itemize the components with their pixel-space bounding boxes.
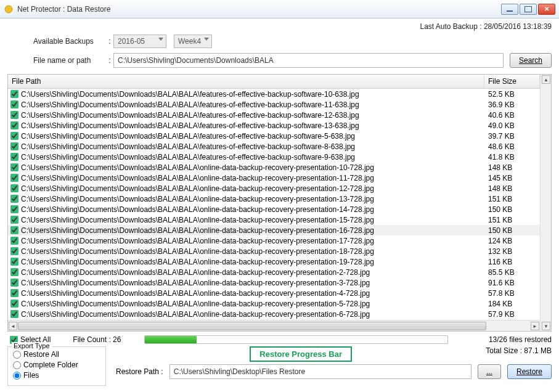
row-checkbox[interactable] bbox=[10, 132, 18, 140]
row-checkbox[interactable] bbox=[10, 310, 18, 318]
file-count-label: File Count : 26 bbox=[73, 335, 121, 344]
row-checkbox[interactable] bbox=[10, 100, 18, 108]
row-size: 150 KB bbox=[484, 226, 540, 235]
row-path: C:\Users\Shivling\Documents\Downloads\BA… bbox=[21, 142, 355, 151]
table-row[interactable]: C:\Users\Shivling\Documents\Downloads\BA… bbox=[8, 214, 540, 225]
table-row[interactable]: C:\Users\Shivling\Documents\Downloads\BA… bbox=[8, 110, 540, 120]
available-backups-label: Available Backups bbox=[7, 37, 106, 46]
row-path: C:\Users\Shivling\Documents\Downloads\BA… bbox=[21, 121, 359, 130]
row-checkbox[interactable] bbox=[10, 279, 18, 287]
row-size: 41.8 KB bbox=[484, 153, 540, 161]
row-checkbox[interactable] bbox=[10, 237, 18, 245]
row-checkbox[interactable] bbox=[10, 268, 18, 276]
table-row[interactable]: C:\Users\Shivling\Documents\Downloads\BA… bbox=[8, 141, 540, 152]
titlebar[interactable]: Net Protector : Data Restore ✕ bbox=[0, 0, 559, 18]
row-size: 48.6 KB bbox=[484, 142, 540, 151]
row-path: C:\Users\Shivling\Documents\Downloads\BA… bbox=[21, 258, 374, 266]
table-row[interactable]: C:\Users\Shivling\Documents\Downloads\BA… bbox=[8, 235, 540, 246]
restore-path-input[interactable] bbox=[169, 364, 471, 379]
table-row[interactable]: C:\Users\Shivling\Documents\Downloads\BA… bbox=[8, 173, 540, 183]
row-size: 57.8 KB bbox=[484, 289, 540, 298]
table-row[interactable]: C:\Users\Shivling\Documents\Downloads\BA… bbox=[8, 152, 540, 162]
row-path: C:\Users\Shivling\Documents\Downloads\BA… bbox=[21, 174, 374, 182]
table-row[interactable]: C:\Users\Shivling\Documents\Downloads\BA… bbox=[8, 99, 540, 110]
row-size: 132 KB bbox=[484, 247, 540, 256]
table-row[interactable]: C:\Users\Shivling\Documents\Downloads\BA… bbox=[8, 120, 540, 131]
restore-progress-bar bbox=[144, 335, 448, 344]
row-checkbox[interactable] bbox=[10, 247, 18, 255]
radio-complete-folder[interactable]: Complete Folder bbox=[13, 361, 100, 369]
table-row[interactable]: C:\Users\Shivling\Documents\Downloads\BA… bbox=[8, 131, 540, 141]
path-input[interactable] bbox=[113, 53, 504, 68]
row-checkbox[interactable] bbox=[10, 163, 18, 171]
table-row[interactable]: C:\Users\Shivling\Documents\Downloads\BA… bbox=[8, 256, 540, 267]
row-checkbox[interactable] bbox=[10, 216, 18, 224]
minimize-button[interactable] bbox=[501, 4, 518, 15]
table-row[interactable]: C:\Users\Shivling\Documents\Downloads\BA… bbox=[8, 277, 540, 288]
restore-button[interactable]: Restore bbox=[507, 364, 552, 379]
row-path: C:\Users\Shivling\Documents\Downloads\BA… bbox=[21, 100, 359, 109]
row-checkbox[interactable] bbox=[10, 205, 18, 213]
row-checkbox[interactable] bbox=[10, 226, 18, 234]
scroll-left-icon[interactable]: ◄ bbox=[9, 322, 17, 330]
row-path: C:\Users\Shivling\Documents\Downloads\BA… bbox=[21, 205, 374, 214]
row-size: 52.5 KB bbox=[484, 90, 540, 99]
table-row[interactable]: C:\Users\Shivling\Documents\Downloads\BA… bbox=[8, 162, 540, 173]
table-row[interactable]: C:\Users\Shivling\Documents\Downloads\BA… bbox=[8, 267, 540, 277]
scroll-down-icon[interactable]: ▼ bbox=[542, 322, 550, 330]
row-checkbox[interactable] bbox=[10, 142, 18, 150]
row-size: 49.0 KB bbox=[484, 121, 540, 130]
maximize-button[interactable] bbox=[520, 4, 537, 15]
restored-count-label: 13/26 files restored bbox=[459, 335, 552, 344]
row-size: 124 KB bbox=[484, 237, 540, 245]
table-row[interactable]: C:\Users\Shivling\Documents\Downloads\BA… bbox=[8, 194, 540, 204]
row-checkbox[interactable] bbox=[10, 184, 18, 192]
row-path: C:\Users\Shivling\Documents\Downloads\BA… bbox=[21, 300, 370, 308]
table-row[interactable]: C:\Users\Shivling\Documents\Downloads\BA… bbox=[8, 288, 540, 298]
row-size: 39.7 KB bbox=[484, 132, 540, 141]
search-button[interactable]: Search bbox=[510, 53, 552, 68]
row-size: 91.6 KB bbox=[484, 279, 540, 287]
row-path: C:\Users\Shivling\Documents\Downloads\BA… bbox=[21, 310, 370, 319]
app-icon bbox=[4, 4, 14, 14]
table-row[interactable]: C:\Users\Shivling\Documents\Downloads\BA… bbox=[8, 204, 540, 214]
row-checkbox[interactable] bbox=[10, 300, 18, 308]
row-path: C:\Users\Shivling\Documents\Downloads\BA… bbox=[21, 163, 374, 172]
row-checkbox[interactable] bbox=[10, 174, 18, 182]
row-path: C:\Users\Shivling\Documents\Downloads\BA… bbox=[21, 153, 355, 161]
col-file-path[interactable]: File Path bbox=[8, 75, 484, 88]
row-path: C:\Users\Shivling\Documents\Downloads\BA… bbox=[21, 237, 374, 245]
scroll-up-icon[interactable]: ▲ bbox=[542, 75, 550, 84]
row-checkbox[interactable] bbox=[10, 111, 18, 119]
chevron-down-icon bbox=[158, 38, 163, 41]
scroll-right-icon[interactable]: ► bbox=[531, 322, 539, 330]
row-path: C:\Users\Shivling\Documents\Downloads\BA… bbox=[21, 247, 374, 256]
row-path: C:\Users\Shivling\Documents\Downloads\BA… bbox=[21, 289, 370, 298]
row-checkbox[interactable] bbox=[10, 121, 18, 129]
table-row[interactable]: C:\Users\Shivling\Documents\Downloads\BA… bbox=[8, 298, 540, 309]
hscroll-thumb[interactable] bbox=[18, 322, 486, 330]
week-dropdown[interactable]: Week4 bbox=[174, 35, 212, 48]
col-file-size[interactable]: File Size bbox=[484, 75, 540, 88]
table-row[interactable]: C:\Users\Shivling\Documents\Downloads\BA… bbox=[8, 309, 540, 319]
table-row[interactable]: C:\Users\Shivling\Documents\Downloads\BA… bbox=[8, 89, 540, 99]
row-size: 145 KB bbox=[484, 174, 540, 182]
table-row[interactable]: C:\Users\Shivling\Documents\Downloads\BA… bbox=[8, 183, 540, 194]
vertical-scrollbar[interactable]: ▲ ▼ bbox=[540, 75, 551, 331]
row-path: C:\Users\Shivling\Documents\Downloads\BA… bbox=[21, 216, 374, 224]
close-button[interactable]: ✕ bbox=[538, 4, 555, 15]
month-dropdown[interactable]: 2016-05 bbox=[113, 35, 166, 48]
horizontal-scrollbar[interactable]: ◄ ► bbox=[8, 320, 540, 331]
row-checkbox[interactable] bbox=[10, 258, 18, 266]
row-checkbox[interactable] bbox=[10, 90, 18, 98]
row-path: C:\Users\Shivling\Documents\Downloads\BA… bbox=[21, 195, 374, 203]
browse-button[interactable]: ... bbox=[478, 364, 501, 379]
radio-files[interactable]: Files bbox=[13, 371, 100, 380]
row-checkbox[interactable] bbox=[10, 153, 18, 161]
table-row[interactable]: C:\Users\Shivling\Documents\Downloads\BA… bbox=[8, 246, 540, 256]
row-size: 151 KB bbox=[484, 216, 540, 224]
row-checkbox[interactable] bbox=[10, 195, 18, 203]
table-row[interactable]: C:\Users\Shivling\Documents\Downloads\BA… bbox=[8, 225, 540, 235]
row-checkbox[interactable] bbox=[10, 289, 18, 297]
radio-restore-all[interactable]: Restore All bbox=[13, 350, 100, 359]
